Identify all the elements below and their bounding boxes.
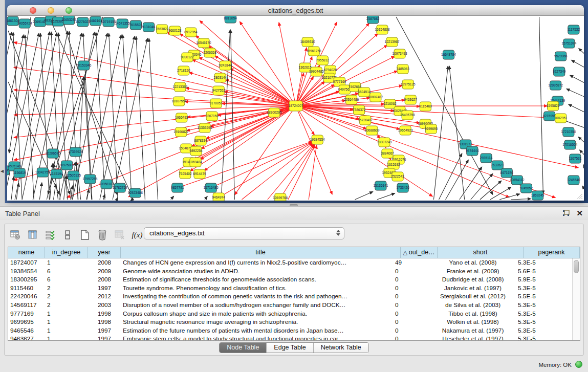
network-node[interactable]: 8813054 (224, 16, 237, 23)
network-node[interactable]: 1082951 (554, 114, 568, 123)
network-node[interactable]: 14055724 (17, 19, 32, 28)
delete-rows-icon[interactable] (97, 229, 108, 240)
network-node[interactable]: 20364486 (344, 95, 359, 104)
network-node[interactable]: 9890122 (181, 53, 194, 62)
network-node[interactable]: 8912954 (184, 28, 198, 37)
splitter-handle[interactable] (290, 204, 298, 206)
network-node[interactable]: 2803144 (214, 73, 227, 82)
network-node[interactable]: 8878334 (194, 136, 207, 145)
network-node[interactable]: 30975887 (59, 161, 74, 170)
network-node[interactable]: 7485063 (396, 64, 409, 74)
network-node[interactable]: 12095872 (548, 81, 563, 90)
show-columns-icon[interactable] (27, 229, 38, 240)
network-node[interactable]: 16409310 (300, 37, 315, 47)
network-node[interactable]: 17957255 (82, 174, 97, 184)
network-node[interactable]: 1965493 (175, 113, 188, 122)
column-header-short[interactable]: short (438, 247, 524, 258)
column-header-name[interactable]: name (8, 247, 45, 258)
table-row[interactable]: 946554611997Estimation of the future num… (8, 326, 572, 335)
network-node[interactable]: 18300295 (267, 108, 281, 117)
network-node[interactable]: 9245652 (520, 184, 533, 193)
tab-node-table[interactable]: Node Table (220, 343, 267, 353)
network-node[interactable]: 2206368 (203, 48, 216, 57)
network-node[interactable]: 16648784 (441, 50, 456, 59)
network-node[interactable]: 15136141 (373, 181, 388, 190)
network-node[interactable]: 18807249 (377, 138, 391, 147)
network-node[interactable]: 9660128 (168, 26, 182, 35)
network-node[interactable]: 2587682 (366, 16, 380, 24)
column-header-in_degree[interactable]: in_degree (45, 247, 88, 258)
network-node[interactable]: 17359924 (68, 147, 83, 157)
network-table-selector[interactable]: citations_edges.txt (144, 227, 344, 239)
scrollbar-thumb[interactable] (574, 260, 579, 273)
network-node[interactable]: 9267150 (205, 112, 219, 121)
column-header-out_de[interactable]: △out_de… (401, 247, 438, 258)
network-node[interactable]: 9474444 (466, 146, 479, 156)
network-node[interactable]: 19384554 (310, 135, 325, 144)
network-node[interactable]: 7625402 (179, 169, 192, 179)
table-row[interactable]: 911546021997Tourette syndrome. Phenomeno… (8, 284, 572, 293)
network-node[interactable]: 1615192 (387, 160, 400, 169)
network-node[interactable]: 9463627 (404, 95, 418, 104)
network-node[interactable]: 15720407 (358, 116, 373, 125)
network-node[interactable]: 12213967 (385, 37, 400, 47)
network-node[interactable]: 19166827 (173, 127, 188, 137)
network-node[interactable]: 16154808 (375, 25, 389, 34)
network-node[interactable]: 17210350 (561, 127, 576, 137)
network-node[interactable]: 9699695 (425, 124, 438, 134)
network-node[interactable]: 2522543 (391, 172, 404, 181)
network-node[interactable]: 1167531 (569, 154, 581, 163)
network-node[interactable]: 9115460 (419, 102, 432, 111)
network-node[interactable]: 15276021 (75, 17, 90, 27)
network-node[interactable]: 10973493 (393, 49, 407, 58)
network-node[interactable]: 2935114 (480, 154, 493, 163)
network-node[interactable]: 9170051 (209, 99, 223, 108)
table-header-row[interactable]: namein_degreeyeartitle△out_de…shortpager… (8, 247, 580, 258)
network-node[interactable]: 1069484 (189, 158, 202, 167)
table-settings-icon[interactable] (10, 229, 21, 240)
network-node[interactable]: 15751074 (561, 39, 576, 48)
network-node[interactable]: 3884067 (381, 149, 394, 158)
network-node[interactable]: 9464974 (212, 193, 226, 201)
vertical-scrollbar[interactable] (572, 258, 580, 340)
network-node[interactable]: 18107554 (171, 97, 186, 106)
network-node[interactable]: 12975125 (401, 80, 416, 89)
close-icon[interactable]: ✕ (576, 209, 583, 217)
network-node[interactable]: 10654112 (510, 176, 525, 185)
table-row[interactable]: 2242004622012Investigating the contribut… (8, 292, 572, 301)
network-canvas[interactable]: 1881304140557242069140688310461625380410… (7, 16, 584, 201)
horizontal-splitter[interactable] (0, 203, 588, 207)
network-node[interactable]: 1869245 (531, 191, 545, 200)
network-node[interactable]: 9242844 (219, 61, 232, 70)
float-window-icon[interactable] (562, 210, 570, 217)
network-node[interactable]: 10807487 (368, 93, 383, 102)
network-node[interactable]: 10688609 (364, 126, 379, 135)
network-node[interactable]: 10958107 (99, 180, 114, 189)
network-node[interactable]: 19904485 (309, 67, 324, 76)
network-node[interactable]: 15495758 (400, 111, 415, 120)
network-node[interactable]: 9857791 (171, 183, 184, 192)
network-node[interactable]: 15716485 (204, 183, 219, 192)
column-header-year[interactable]: year (88, 247, 121, 258)
network-node[interactable]: 1145194 (50, 169, 63, 179)
network-node[interactable]: 1245540 (567, 176, 580, 185)
resize-grip-icon[interactable] (576, 192, 583, 200)
column-header-pagerank[interactable]: pagerank (524, 247, 580, 258)
rows-icon[interactable] (62, 229, 73, 240)
network-node[interactable]: 9427552 (212, 86, 226, 95)
network-node[interactable]: 20206576 (46, 149, 60, 158)
table-row[interactable]: 1456911722003Disruption of a novel membe… (8, 301, 572, 310)
network-node[interactable]: 7955812 (316, 56, 330, 65)
table-row[interactable]: 969969511998Structural magnetic resonanc… (8, 318, 572, 326)
network-node[interactable]: 10699766 (273, 193, 288, 201)
network-node[interactable]: 19654923 (398, 126, 413, 135)
table-row[interactable]: 1830029562008Estimation of significance … (8, 275, 572, 284)
network-node[interactable]: 1733426 (396, 183, 409, 192)
column-header-title[interactable]: title (121, 247, 401, 258)
network-node[interactable]: 12213363 (172, 82, 187, 92)
table-row[interactable]: 1938455462009Genome-wide association stu… (8, 267, 572, 276)
network-node[interactable]: 20153346 (76, 61, 91, 70)
network-node[interactable]: 14671355 (115, 19, 130, 28)
network-window-titlebar[interactable]: citations_edges.txt (7, 5, 584, 16)
network-node[interactable]: 7663822 (156, 25, 169, 34)
